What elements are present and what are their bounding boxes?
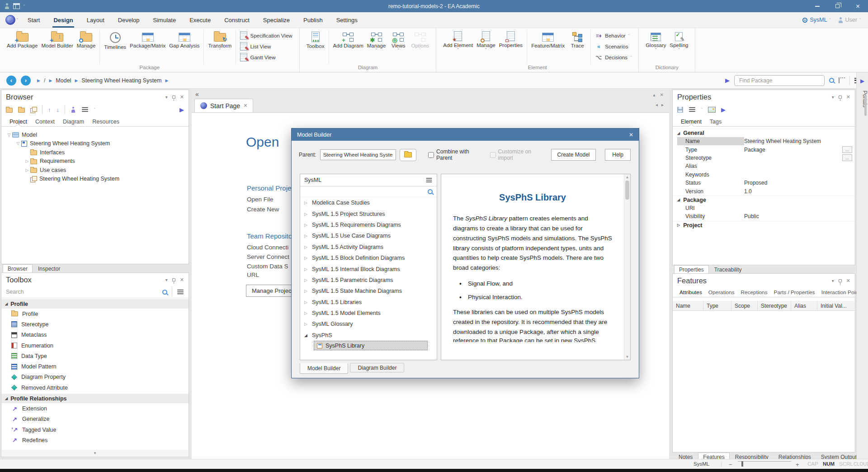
model-builder-tab[interactable]: Model Builder [300, 363, 348, 374]
scenarios-button[interactable]: « Scenarios [594, 42, 633, 51]
workspace-layouts-icon[interactable] [839, 77, 845, 83]
expander-icon[interactable]: ▷ [304, 200, 312, 205]
nav-back-button[interactable]: ‹ [6, 76, 16, 86]
column-name[interactable]: Name [673, 301, 703, 310]
link-server-connection[interactable]: Server Connect [247, 253, 289, 260]
property-row-stereotype[interactable]: Stereotype ... [673, 154, 855, 162]
pin-icon[interactable] [172, 95, 175, 99]
scrollbar[interactable]: ▲ ▼ [624, 174, 630, 360]
tree-item-interfaces[interactable]: Interfaces [3, 148, 187, 157]
link-personal-projects[interactable]: Personal Projec [247, 184, 295, 192]
pattern-item[interactable]: ▷SysML Glossary [300, 319, 437, 329]
tree-item-model[interactable]: ▽ Model [3, 130, 187, 139]
toolbox-menu-icon[interactable] [177, 290, 184, 294]
feature-matrix-button[interactable]: Feature/Matrix [529, 30, 566, 50]
browser-tab-diagram[interactable]: Diagram [59, 117, 88, 126]
tab-publish[interactable]: Publish [297, 12, 330, 28]
tab-specialize[interactable]: Specialize [256, 12, 297, 28]
column-alias[interactable]: Alias [791, 301, 817, 310]
search-icon[interactable] [428, 189, 433, 194]
toolbox-scroll-down[interactable]: ▾ [2, 450, 188, 456]
pattern-item[interactable]: ▷SysML 1.5 Requirements Diagrams [300, 219, 437, 230]
property-row-keywords[interactable]: Keywords [673, 171, 855, 179]
property-row-alias[interactable]: Alias [673, 162, 855, 170]
image-icon[interactable] [708, 107, 716, 113]
scroll-tabs-left-icon[interactable]: ◂ [656, 102, 658, 107]
save-icon[interactable] [677, 107, 683, 113]
views-button[interactable]: ◎ Views ˇ [387, 30, 409, 53]
toolbox-item-redefines[interactable]: ↗ Redefines [1, 435, 189, 445]
create-model-button[interactable]: Create Model [551, 149, 596, 161]
pattern-item[interactable]: ▷SysML 1.5 Parametric Diagrams [300, 275, 437, 286]
expander-icon[interactable]: ▷ [304, 289, 312, 293]
restore-button[interactable] [827, 0, 848, 12]
status-perspective[interactable]: SysML [693, 461, 709, 467]
move-down-icon[interactable]: ↓ [57, 106, 60, 113]
breadcrumb-package[interactable]: Steering Wheel Heating System [81, 77, 161, 84]
locate-icon[interactable] [71, 107, 76, 113]
tab-execute[interactable]: Execute [183, 12, 217, 28]
search-icon[interactable] [829, 78, 834, 83]
toolbox-item-stereotype[interactable]: Stereotype [1, 319, 189, 329]
column-scope[interactable]: Scope [731, 301, 758, 310]
scroll-down-icon[interactable]: ▼ [624, 355, 630, 359]
panel-play-icon[interactable]: ▶ [179, 106, 184, 113]
close-tab-icon[interactable]: ✕ [243, 103, 247, 109]
properties-menu-icon[interactable] [689, 107, 695, 112]
close-icon[interactable]: ✕ [180, 277, 184, 283]
zoom-slider-thumb[interactable] [741, 461, 743, 467]
features-tab-operations[interactable]: Operations [705, 288, 738, 297]
pattern-item[interactable]: ▷SysML 1.5 Internal Block Diagrams [300, 263, 437, 274]
ellipsis-button[interactable]: ... [842, 146, 852, 153]
browser-tab-context[interactable]: Context [32, 117, 58, 126]
toolbox-button[interactable]: Toolbox [305, 30, 326, 51]
toolbox-item-metaclass[interactable]: Metaclass [1, 330, 189, 340]
link-url[interactable]: URL [247, 272, 259, 278]
toolbox-item-profile[interactable]: Profile [1, 309, 189, 319]
toolbox-item-generalize[interactable]: ↗ Generalize [1, 414, 189, 424]
portals-play-icon[interactable]: ▶ [857, 78, 868, 84]
help-button[interactable]: Help [605, 149, 631, 161]
properties-tab-element[interactable]: Element [677, 117, 705, 126]
add-package-button[interactable]: + Add Package [5, 30, 39, 50]
timelines-button[interactable]: Timelines [102, 30, 128, 52]
property-row-version[interactable]: Version 1.0 [673, 187, 855, 195]
pattern-item-sysphs[interactable]: ◢SysPhS [300, 330, 437, 341]
list-view-button[interactable]: ✎ List View [239, 42, 293, 51]
tab-design[interactable]: Design [47, 12, 80, 28]
breadcrumb-root[interactable]: / [44, 77, 45, 84]
user-menu[interactable]: User ˇ [838, 17, 861, 23]
property-row-visibility[interactable]: Visibility Public [673, 212, 855, 220]
perspective-selector[interactable]: SysML ˇ [802, 17, 830, 23]
tab-start[interactable]: Start [21, 12, 47, 28]
minimize-button[interactable] [807, 0, 827, 12]
toolbox-item-diagram-property[interactable]: Diagram Property [1, 372, 189, 382]
pattern-item-sysphs-library[interactable]: SysPhS Library [314, 341, 428, 350]
panel-dropdown-icon[interactable]: ▾ [165, 95, 168, 100]
expander-open-icon[interactable]: ▽ [15, 141, 21, 146]
property-row-type[interactable]: Type Package ... [673, 145, 855, 153]
quick-access-chevron-icon[interactable]: ˇ [24, 4, 25, 9]
property-row-uri[interactable]: URI [673, 204, 855, 212]
toolbox-item-model-pattern[interactable]: Model Pattern [1, 361, 189, 372]
pattern-item[interactable]: ▷SysML 1.5 Project Structures [300, 208, 437, 219]
browser-tab-resources[interactable]: Resources [89, 117, 123, 126]
expander-icon[interactable]: ▷ [304, 311, 312, 315]
toolbox-section-profile[interactable]: ◢ Profile [1, 299, 189, 309]
pattern-item[interactable]: ▷SysML 1.5 Block Definition Diagrams [300, 253, 437, 263]
expander-icon[interactable]: ▷ [304, 245, 312, 249]
close-button[interactable]: ✕ [848, 0, 868, 12]
manage-diagram-button[interactable]: ✱ Manage ˇ [365, 30, 388, 53]
ea-logo-chevron-icon[interactable]: ˇ [17, 18, 18, 22]
model-builder-button[interactable]: +⋮ Model Builder [39, 30, 75, 50]
pin-icon[interactable] [172, 278, 175, 281]
property-row-status[interactable]: Status Proposed [673, 179, 855, 187]
pin-icon[interactable] [839, 279, 842, 282]
spelling-button[interactable]: ✓✎ Spelling ˇ [668, 30, 690, 53]
scroll-up-icon[interactable]: ▲ [624, 175, 630, 179]
new-diagram-icon[interactable] [30, 107, 37, 113]
tab-simulate[interactable]: Simulate [146, 12, 183, 28]
pattern-item[interactable]: ▷SysML 1.5 Use Case Diagrams [300, 230, 437, 241]
browser-tab-project[interactable]: Project [6, 117, 31, 126]
specification-view-button[interactable]: ✎ Specification View [239, 31, 293, 40]
